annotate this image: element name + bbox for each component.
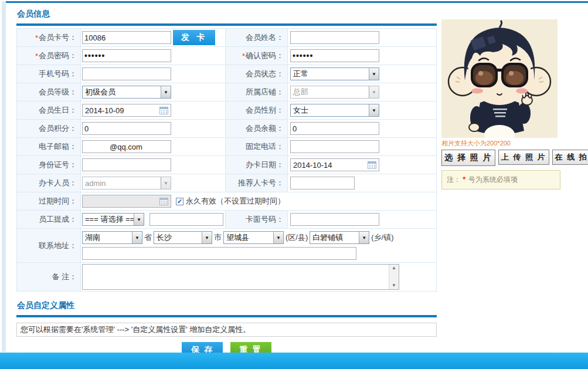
member-photo (441, 19, 558, 138)
expire-time-label: 过期时间： (17, 192, 80, 210)
city-suffix: 市 (214, 232, 222, 243)
permanent-valid-checkbox[interactable]: ✓ (176, 198, 183, 205)
remark-textarea[interactable] (83, 265, 389, 289)
member-card-no-input[interactable] (82, 31, 171, 44)
staff-commission-label: 员工提成： (17, 211, 80, 228)
points-input[interactable] (82, 122, 171, 135)
row-cardno-name: *会员卡号： 发 卡 会员姓名： (17, 29, 436, 47)
card-face-no-label: 卡面号码： (225, 211, 287, 228)
row-commission-cardface: 员工提成： === 请选择 ===▼ 卡面号码： (17, 211, 436, 229)
member-level-select[interactable]: 初级会员▼ (82, 86, 171, 99)
member-status-label: 会员状态： (225, 65, 287, 83)
staff-commission-input[interactable] (149, 213, 223, 226)
chevron-down-icon[interactable]: ▼ (369, 68, 379, 80)
gender-label: 会员性别： (225, 101, 287, 119)
row-remark: 备 注： ▲ ▼ (17, 263, 436, 292)
chevron-down-icon[interactable]: ▼ (359, 232, 369, 243)
required-mark: * (35, 52, 38, 60)
email-input[interactable] (82, 140, 171, 153)
balance-input[interactable] (290, 122, 379, 135)
address-district-select[interactable]: 望城县▼ (223, 231, 284, 244)
province-suffix: 省 (144, 232, 152, 243)
row-address: 联系地址： 湖南▼ 省 长沙▼ 市 望城县▼ (区/县) 白箬铺镇▼ (乡/镇) (17, 229, 436, 263)
member-name-input[interactable] (290, 31, 379, 44)
page-left-strip (2, 1, 6, 352)
address-city-select[interactable]: 长沙▼ (154, 231, 212, 244)
chevron-down-icon[interactable]: ▼ (369, 104, 379, 116)
referrer-card-no-input[interactable] (290, 177, 355, 189)
address-province-select[interactable]: 湖南▼ (82, 231, 142, 244)
scroll-up-icon[interactable]: ▲ (392, 265, 396, 272)
card-face-no-input[interactable] (290, 213, 379, 226)
card-date-label: 办卡日期： (225, 156, 287, 174)
staff-commission-select[interactable]: === 请选择 ===▼ (82, 213, 144, 226)
landline-input[interactable] (290, 140, 379, 153)
calendar-icon (159, 198, 168, 205)
points-label: 会员积分： (17, 120, 80, 137)
required-note: 注： * 号为系统必填项 (441, 170, 560, 189)
online-capture-button[interactable]: 在 线 拍 摄 (552, 150, 588, 165)
address-detail-input[interactable] (82, 247, 356, 260)
page-top-rule (6, 1, 588, 3)
photo-size-note: 相片支持大小为200*200 (441, 139, 559, 148)
upload-photo-button[interactable]: 上 传 照 片 (498, 150, 549, 165)
row-email-landline: 电子邮箱： 固定电话： (17, 138, 436, 156)
member-form-section: 会员信息 *会员卡号： 发 卡 会员姓名： *会员密码： *确认密码： 手机号码… (16, 7, 437, 358)
calendar-icon[interactable] (368, 161, 376, 169)
required-mark: * (35, 33, 38, 42)
member-password-input[interactable] (82, 49, 171, 62)
district-suffix: (区/县) (285, 232, 308, 243)
address-town-select[interactable]: 白箬铺镇▼ (310, 231, 369, 244)
expire-time-input (82, 195, 171, 208)
mobile-label: 手机号码： (17, 65, 80, 83)
custom-attr-info: 您可以根据需要在'系统管理' ---> '自定义属性设置' 增加自定义属性。 (16, 323, 437, 337)
birthday-label: 会员生日： (17, 101, 80, 119)
chevron-down-icon[interactable]: ▼ (134, 214, 144, 225)
member-status-select[interactable]: 正常▼ (290, 67, 379, 80)
operator-select: admin▼ (82, 177, 171, 189)
chevron-down-icon[interactable]: ▼ (273, 232, 283, 243)
required-note-text: 号为系统必填项 (468, 175, 518, 184)
permanent-valid-label: 永久有效（不设置过期时间） (186, 196, 285, 206)
section-rule (16, 315, 437, 317)
row-mobile-status: 手机号码： 会员状态： 正常▼ (17, 65, 436, 83)
id-number-input[interactable] (82, 158, 171, 171)
balance-label: 会员余额： (225, 120, 287, 137)
town-suffix: (乡/镇) (371, 232, 393, 243)
member-password-label: *会员密码： (17, 47, 80, 65)
gender-select[interactable]: 女士▼ (290, 104, 379, 117)
address-label: 联系地址： (17, 229, 80, 262)
id-number-label: 身份证号： (17, 156, 80, 174)
section-title-custom-attrs: 会员自定义属性 (17, 300, 437, 311)
required-mark: * (242, 52, 245, 60)
section-title-member-info: 会员信息 (17, 9, 437, 19)
card-date-input[interactable]: 2014-10-14 (290, 158, 379, 171)
member-form-table: *会员卡号： 发 卡 会员姓名： *会员密码： *确认密码： 手机号码： 会员状… (16, 28, 437, 292)
row-expire: 过期时间： ✓ 永久有效（不设置过期时间） (17, 192, 436, 211)
chevron-down-icon[interactable]: ▼ (161, 86, 171, 98)
member-level-label: 会员等级： (17, 83, 80, 101)
confirm-password-input[interactable] (290, 49, 379, 62)
scroll-down-icon[interactable]: ▼ (392, 282, 396, 289)
row-birthday-gender: 会员生日： 2014-10-09 会员性别： 女士▼ (17, 101, 436, 120)
required-mark: * (463, 175, 465, 184)
remark-label: 备 注： (17, 263, 80, 291)
chevron-down-icon: ▼ (369, 86, 379, 98)
textarea-scrollbar[interactable]: ▲ ▼ (389, 265, 399, 289)
mobile-input[interactable] (82, 67, 171, 80)
row-operator-referrer: 办卡人员： admin▼ 推荐人卡号： (17, 174, 436, 192)
issue-card-button[interactable]: 发 卡 (173, 30, 215, 45)
required-note-prefix: 注： (447, 175, 461, 184)
member-name-label: 会员姓名： (225, 29, 287, 46)
calendar-icon[interactable] (159, 107, 168, 114)
chevron-down-icon[interactable]: ▼ (202, 232, 212, 243)
choose-photo-button[interactable]: 选 择 照 片 (441, 150, 495, 166)
section-rule (16, 23, 437, 26)
row-level-store: 会员等级： 初级会员▼ 所属店铺： 总部▼ (17, 83, 436, 101)
operator-label: 办卡人员： (17, 174, 80, 192)
store-select: 总部▼ (290, 86, 379, 99)
chevron-down-icon[interactable]: ▼ (132, 232, 142, 243)
email-label: 电子邮箱： (17, 138, 80, 155)
birthday-input[interactable]: 2014-10-09 (82, 104, 171, 117)
chevron-down-icon: ▼ (161, 177, 171, 189)
